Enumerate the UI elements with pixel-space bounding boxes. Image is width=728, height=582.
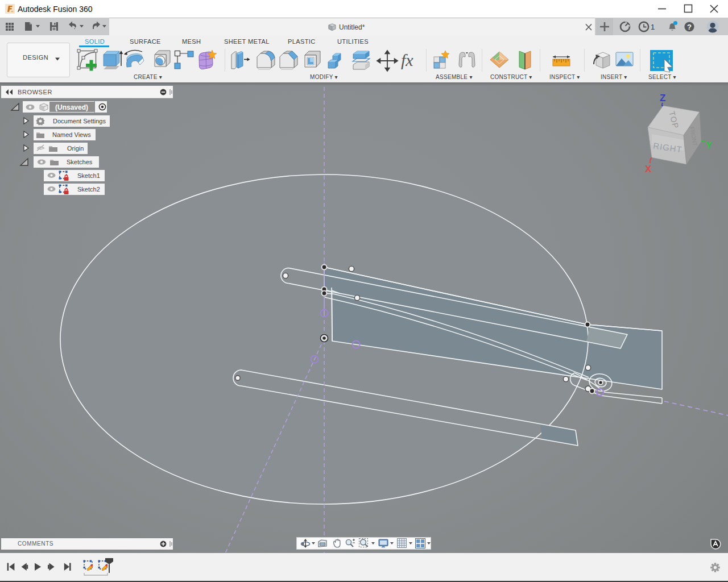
svg-text:1: 1 xyxy=(651,23,655,31)
svg-text:?: ? xyxy=(687,23,692,31)
svg-text:fx: fx xyxy=(401,51,413,69)
svg-text:Y: Y xyxy=(706,140,713,151)
svg-text:X: X xyxy=(645,164,652,174)
svg-text:Z: Z xyxy=(660,93,665,103)
